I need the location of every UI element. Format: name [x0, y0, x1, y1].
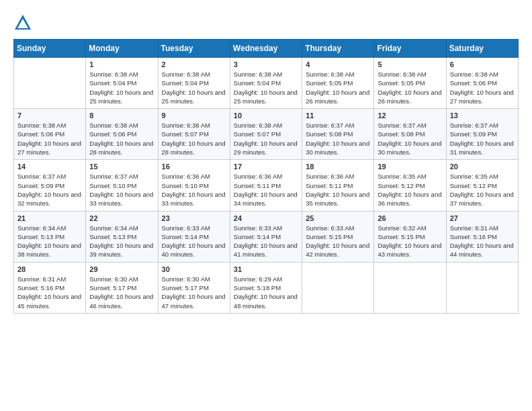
page-header [13, 13, 519, 32]
calendar-cell [446, 262, 518, 313]
cell-content: Sunrise: 6:34 AMSunset: 5:13 PMDaylight:… [17, 224, 82, 259]
calendar-cell: 29Sunrise: 6:30 AMSunset: 5:17 PMDayligh… [86, 262, 158, 313]
calendar-cell: 14Sunrise: 6:37 AMSunset: 5:09 PMDayligh… [14, 160, 86, 211]
calendar-cell: 1Sunrise: 6:38 AMSunset: 5:04 PMDaylight… [86, 58, 158, 109]
calendar-cell: 27Sunrise: 6:31 AMSunset: 5:16 PMDayligh… [446, 211, 518, 262]
calendar-cell: 31Sunrise: 6:29 AMSunset: 5:18 PMDayligh… [230, 262, 302, 313]
calendar-cell: 13Sunrise: 6:37 AMSunset: 5:09 PMDayligh… [446, 109, 518, 160]
calendar-week-row: 14Sunrise: 6:37 AMSunset: 5:09 PMDayligh… [14, 160, 519, 211]
calendar-cell [14, 58, 86, 109]
logo-icon [13, 13, 32, 32]
day-number: 14 [17, 163, 82, 171]
day-number: 30 [162, 265, 226, 273]
calendar-cell: 16Sunrise: 6:36 AMSunset: 5:10 PMDayligh… [158, 160, 230, 211]
day-of-week-header: Tuesday [158, 40, 230, 58]
calendar-cell: 10Sunrise: 6:38 AMSunset: 5:07 PMDayligh… [230, 109, 302, 160]
cell-content: Sunrise: 6:30 AMSunset: 5:17 PMDaylight:… [89, 275, 154, 310]
day-number: 31 [234, 265, 298, 273]
calendar-cell: 15Sunrise: 6:37 AMSunset: 5:10 PMDayligh… [86, 160, 158, 211]
cell-content: Sunrise: 6:32 AMSunset: 5:15 PMDaylight:… [378, 224, 442, 259]
day-number: 28 [17, 265, 82, 273]
day-number: 8 [89, 111, 154, 120]
cell-content: Sunrise: 6:38 AMSunset: 5:05 PMDaylight:… [378, 70, 442, 105]
day-number: 10 [234, 111, 298, 120]
cell-content: Sunrise: 6:38 AMSunset: 5:04 PMDaylight:… [89, 70, 154, 105]
day-number: 17 [234, 163, 298, 171]
cell-content: Sunrise: 6:37 AMSunset: 5:08 PMDaylight:… [306, 121, 370, 156]
day-of-week-header: Wednesday [230, 40, 302, 58]
day-number: 16 [162, 163, 226, 171]
day-number: 4 [306, 60, 370, 68]
calendar-cell: 28Sunrise: 6:31 AMSunset: 5:16 PMDayligh… [14, 262, 86, 313]
day-number: 2 [162, 60, 226, 68]
cell-content: Sunrise: 6:36 AMSunset: 5:11 PMDaylight:… [234, 172, 298, 208]
day-number: 25 [306, 214, 370, 222]
calendar-cell: 7Sunrise: 6:38 AMSunset: 5:06 PMDaylight… [14, 109, 86, 160]
calendar-cell: 20Sunrise: 6:35 AMSunset: 5:12 PMDayligh… [446, 160, 518, 211]
cell-content: Sunrise: 6:38 AMSunset: 5:06 PMDaylight:… [89, 121, 154, 156]
cell-content: Sunrise: 6:33 AMSunset: 5:14 PMDaylight:… [234, 224, 298, 259]
day-number: 3 [234, 60, 298, 68]
calendar-table: SundayMondayTuesdayWednesdayThursdayFrid… [13, 39, 519, 314]
calendar-cell: 2Sunrise: 6:38 AMSunset: 5:04 PMDaylight… [158, 58, 230, 109]
calendar-cell: 3Sunrise: 6:38 AMSunset: 5:04 PMDaylight… [230, 58, 302, 109]
calendar-cell [374, 262, 446, 313]
cell-content: Sunrise: 6:31 AMSunset: 5:16 PMDaylight:… [450, 224, 515, 259]
cell-content: Sunrise: 6:36 AMSunset: 5:11 PMDaylight:… [306, 172, 370, 208]
day-number: 19 [378, 163, 442, 171]
calendar-cell: 12Sunrise: 6:37 AMSunset: 5:08 PMDayligh… [374, 109, 446, 160]
cell-content: Sunrise: 6:31 AMSunset: 5:16 PMDaylight:… [17, 275, 82, 310]
day-number: 22 [89, 214, 154, 222]
calendar-cell: 19Sunrise: 6:35 AMSunset: 5:12 PMDayligh… [374, 160, 446, 211]
day-number: 13 [450, 111, 515, 120]
calendar-cell: 22Sunrise: 6:34 AMSunset: 5:13 PMDayligh… [86, 211, 158, 262]
cell-content: Sunrise: 6:37 AMSunset: 5:08 PMDaylight:… [378, 121, 442, 156]
cell-content: Sunrise: 6:30 AMSunset: 5:17 PMDaylight:… [162, 275, 226, 310]
calendar-cell: 26Sunrise: 6:32 AMSunset: 5:15 PMDayligh… [374, 211, 446, 262]
calendar-cell: 17Sunrise: 6:36 AMSunset: 5:11 PMDayligh… [230, 160, 302, 211]
calendar-cell: 4Sunrise: 6:38 AMSunset: 5:05 PMDaylight… [302, 58, 374, 109]
cell-content: Sunrise: 6:34 AMSunset: 5:13 PMDaylight:… [89, 224, 154, 259]
day-number: 7 [17, 111, 82, 120]
calendar-week-row: 28Sunrise: 6:31 AMSunset: 5:16 PMDayligh… [14, 262, 519, 313]
day-of-week-header: Friday [374, 40, 446, 58]
day-number: 12 [378, 111, 442, 120]
cell-content: Sunrise: 6:38 AMSunset: 5:04 PMDaylight:… [162, 70, 226, 105]
day-number: 20 [450, 163, 515, 171]
day-of-week-header: Monday [86, 40, 158, 58]
cell-content: Sunrise: 6:38 AMSunset: 5:04 PMDaylight:… [234, 70, 298, 105]
day-of-week-header: Thursday [302, 40, 374, 58]
cell-content: Sunrise: 6:37 AMSunset: 5:09 PMDaylight:… [17, 172, 82, 208]
day-number: 1 [89, 60, 154, 68]
calendar-week-row: 1Sunrise: 6:38 AMSunset: 5:04 PMDaylight… [14, 58, 519, 109]
day-of-week-header: Sunday [14, 40, 86, 58]
day-number: 18 [306, 163, 370, 171]
cell-content: Sunrise: 6:37 AMSunset: 5:10 PMDaylight:… [89, 172, 154, 208]
cell-content: Sunrise: 6:36 AMSunset: 5:10 PMDaylight:… [162, 172, 226, 208]
calendar-cell: 30Sunrise: 6:30 AMSunset: 5:17 PMDayligh… [158, 262, 230, 313]
calendar-cell: 11Sunrise: 6:37 AMSunset: 5:08 PMDayligh… [302, 109, 374, 160]
calendar-cell: 8Sunrise: 6:38 AMSunset: 5:06 PMDaylight… [86, 109, 158, 160]
day-number: 26 [378, 214, 442, 222]
calendar-cell [302, 262, 374, 313]
day-number: 5 [378, 60, 442, 68]
day-number: 9 [162, 111, 226, 120]
calendar-cell: 21Sunrise: 6:34 AMSunset: 5:13 PMDayligh… [14, 211, 86, 262]
calendar-header-row: SundayMondayTuesdayWednesdayThursdayFrid… [14, 40, 519, 58]
calendar-cell: 6Sunrise: 6:38 AMSunset: 5:06 PMDaylight… [446, 58, 518, 109]
calendar-week-row: 7Sunrise: 6:38 AMSunset: 5:06 PMDaylight… [14, 109, 519, 160]
calendar-cell: 9Sunrise: 6:38 AMSunset: 5:07 PMDaylight… [158, 109, 230, 160]
day-number: 6 [450, 60, 515, 68]
day-number: 29 [89, 265, 154, 273]
calendar-cell: 24Sunrise: 6:33 AMSunset: 5:14 PMDayligh… [230, 211, 302, 262]
cell-content: Sunrise: 6:33 AMSunset: 5:15 PMDaylight:… [306, 224, 370, 259]
cell-content: Sunrise: 6:38 AMSunset: 5:07 PMDaylight:… [234, 121, 298, 156]
cell-content: Sunrise: 6:29 AMSunset: 5:18 PMDaylight:… [234, 275, 298, 310]
calendar-cell: 18Sunrise: 6:36 AMSunset: 5:11 PMDayligh… [302, 160, 374, 211]
cell-content: Sunrise: 6:35 AMSunset: 5:12 PMDaylight:… [450, 172, 515, 208]
cell-content: Sunrise: 6:38 AMSunset: 5:05 PMDaylight:… [306, 70, 370, 105]
calendar-cell: 23Sunrise: 6:33 AMSunset: 5:14 PMDayligh… [158, 211, 230, 262]
cell-content: Sunrise: 6:37 AMSunset: 5:09 PMDaylight:… [450, 121, 515, 156]
cell-content: Sunrise: 6:38 AMSunset: 5:07 PMDaylight:… [162, 121, 226, 156]
calendar-cell: 5Sunrise: 6:38 AMSunset: 5:05 PMDaylight… [374, 58, 446, 109]
